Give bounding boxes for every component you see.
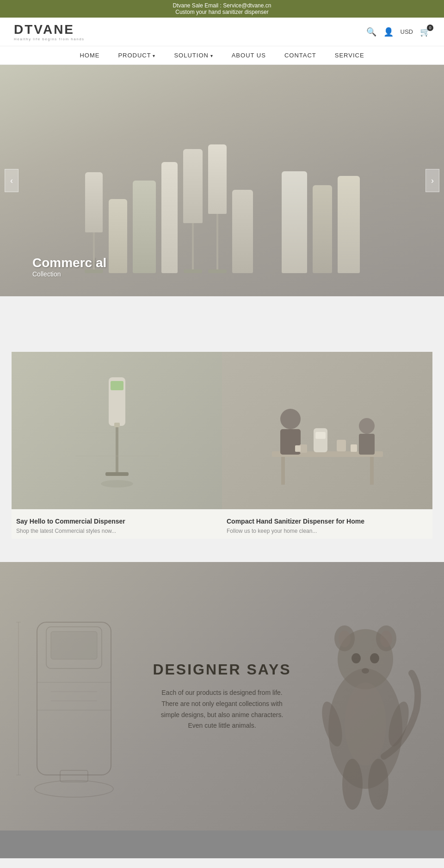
- svg-rect-1: [105, 472, 129, 476]
- product-2: [133, 181, 156, 273]
- svg-point-37: [339, 631, 351, 647]
- card-home-image: [222, 352, 432, 509]
- svg-rect-23: [51, 631, 97, 659]
- card-commercial-image: [12, 352, 222, 509]
- svg-rect-20: [295, 445, 301, 452]
- card-commercial-subtitle: Shop the latest Commercial styles now...: [16, 528, 217, 534]
- product-8: [338, 176, 360, 273]
- card-commercial[interactable]: Say Hello to Commercial Dispenser Shop t…: [12, 352, 222, 539]
- logo-tagline: Healthy life begins from hands: [14, 37, 85, 41]
- svg-point-44: [342, 759, 363, 810]
- hero-visual: Commercial Collection ‹ ›: [0, 65, 444, 296]
- svg-rect-10: [370, 457, 374, 485]
- card-home-text: Compact Hand Sanitizer Dispenser for Hom…: [222, 509, 432, 539]
- svg-rect-19: [351, 444, 357, 452]
- svg-rect-4: [114, 423, 120, 427]
- two-col-section: Say Hello to Commercial Dispenser Shop t…: [12, 352, 432, 539]
- designer-section: DESIGNER SAYS Each of our products is de…: [0, 562, 444, 831]
- svg-point-38: [380, 631, 392, 647]
- card-home-subtitle: Follow us to keep your home clean...: [227, 528, 428, 534]
- svg-point-13: [280, 409, 301, 429]
- svg-point-15: [359, 418, 375, 434]
- svg-point-7: [101, 480, 133, 487]
- commercial-dispenser-svg: [75, 363, 159, 498]
- product-5: [259, 153, 276, 273]
- nav-item-service[interactable]: SERVICE: [335, 52, 364, 59]
- svg-point-41: [362, 668, 369, 674]
- product-7: [313, 185, 332, 273]
- svg-point-39: [352, 653, 361, 663]
- meerkat-svg: [301, 581, 430, 821]
- search-icon[interactable]: 🔍: [366, 27, 376, 37]
- main-nav: HOME PRODUCT SOLUTION ABOUT US CONTACT S…: [0, 46, 444, 65]
- cart-count: 0: [427, 25, 433, 31]
- footer-bar: [0, 831, 444, 858]
- dispenser-sketch-svg: [0, 599, 148, 831]
- animal-meerkat-right: [301, 581, 430, 821]
- sketch-dispenser-left: [0, 599, 162, 831]
- header-icons: 🔍 👤 USD 🛒 0: [366, 27, 430, 37]
- top-bar-subtext: Custom your hand sanitizer dispenser: [175, 9, 268, 15]
- product-stand-1: [85, 172, 103, 273]
- header: DTVANE Healthy life begins from hands 🔍 …: [0, 18, 444, 46]
- svg-rect-16: [359, 434, 375, 455]
- svg-rect-3: [111, 381, 123, 390]
- svg-point-45: [368, 759, 388, 810]
- currency-selector[interactable]: USD: [401, 28, 413, 35]
- svg-rect-17: [337, 440, 346, 451]
- product-stand-2: [183, 149, 203, 273]
- separator-1: [0, 324, 444, 352]
- top-bar: Dtvane Sale Email : Service@dtvane.cn Cu…: [0, 0, 444, 18]
- card-home[interactable]: Compact Hand Sanitizer Dispenser for Hom…: [222, 352, 432, 539]
- svg-rect-0: [116, 424, 118, 475]
- home-scene-svg: [244, 363, 411, 498]
- designer-body: Each of our products is designed from li…: [153, 687, 291, 731]
- svg-point-27: [35, 781, 113, 797]
- designer-text: DESIGNER SAYS Each of our products is de…: [153, 661, 291, 731]
- nav-item-about[interactable]: ABOUT US: [232, 52, 266, 59]
- nav-item-home[interactable]: HOME: [80, 52, 99, 59]
- svg-rect-12: [315, 432, 326, 439]
- product-6: [282, 171, 307, 273]
- cart-icon[interactable]: 🛒 0: [420, 27, 430, 37]
- hero-banner: Commercial Collection ‹ ›: [0, 65, 444, 296]
- product-stand-3: [208, 144, 227, 273]
- designer-heading: DESIGNER SAYS: [153, 661, 291, 678]
- card-commercial-title: Say Hello to Commercial Dispenser: [16, 518, 217, 525]
- product-4: [232, 190, 253, 273]
- svg-point-46: [345, 682, 386, 766]
- product-3: [161, 162, 178, 273]
- card-home-title: Compact Hand Sanitizer Dispenser for Hom…: [227, 518, 428, 525]
- svg-rect-18: [300, 444, 307, 453]
- svg-rect-11: [314, 428, 327, 452]
- logo[interactable]: DTVANE Healthy life begins from hands: [14, 22, 85, 41]
- card-commercial-text: Say Hello to Commercial Dispenser Shop t…: [12, 509, 222, 539]
- svg-point-40: [370, 653, 379, 663]
- nav-item-solution[interactable]: SOLUTION: [174, 52, 213, 59]
- nav-item-contact[interactable]: CONTACT: [284, 52, 316, 59]
- nav-item-product[interactable]: PRODUCT: [118, 52, 155, 59]
- user-icon[interactable]: 👤: [383, 27, 394, 37]
- svg-rect-9: [281, 457, 285, 485]
- top-bar-email: Dtvane Sale Email : Service@dtvane.cn: [173, 2, 271, 9]
- product-1: [109, 199, 127, 273]
- logo-text: DTVANE: [14, 22, 85, 37]
